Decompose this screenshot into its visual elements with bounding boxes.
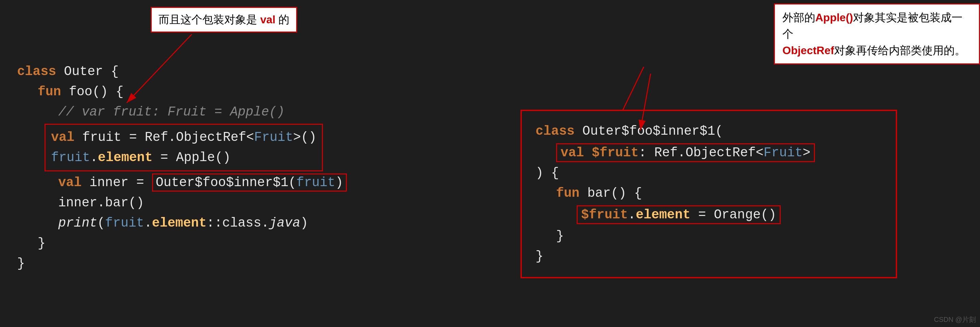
watermark: CSDN @片刻 [934,315,976,324]
right-close-2: } [536,249,543,263]
type-close-1: >() [293,130,317,145]
ann-right-line2b: 对象再传给内部类使用的。 [834,44,966,57]
inner-bar: inner.bar() [58,195,144,210]
right-panel: 外部的Apple()对象其实是被包装成一个 ObjectRef对象再传给内部类使… [507,0,980,327]
dot-1: . [90,150,98,165]
annotation-right: 外部的Apple()对象其实是被包装成一个 ObjectRef对象再传给内部类使… [774,3,980,64]
sfruit-type: Fruit [764,145,803,160]
right-paren-brace: ) { [536,166,559,180]
annotation-left-text1: 而且这个包装对象是 [159,13,260,26]
annotation-left-val: val [260,13,275,26]
inner-close: ) [335,175,343,190]
fun-foo: foo() { [61,85,123,99]
right-close-1: } [556,229,564,243]
val-fruit-ref: fruit = Ref.ObjectRef< [74,130,254,145]
red-box-sfruit-assign: $fruit.element = Orange() [577,205,781,224]
right-code-line-5: $fruit.element = Orange() [536,205,882,225]
right-code-line-1: class Outer$foo$inner$1( [536,121,882,142]
element-method-1: element [98,150,153,165]
java-kw: java [269,215,300,230]
dot-2: . [144,215,152,230]
ann-right-line1a: 外部的 [783,11,815,24]
code-line-2: fun foo() { [17,82,490,102]
code-line-9: } [17,233,490,254]
code-line-4: val fruit = Ref.ObjectRef<Fruit>() [51,128,317,148]
comment-line: // var fruit: Fruit = Apple() [58,105,285,119]
keyword-val-2: val [58,175,81,190]
ann-right-apple: Apple() [815,11,853,24]
right-code-block: class Outer$foo$inner$1( val $fruit: Ref… [520,110,897,278]
print-open: ( [97,215,105,230]
left-panel: 而且这个包装对象是 val 的 class Outer { fun foo() … [0,0,507,327]
print-fn: print [58,215,97,230]
annotation-left: 而且这个包装对象是 val 的 [151,7,297,33]
print-close: ) [300,215,308,230]
red-box-sfruit-decl: val $fruit: Ref.ObjectRef<Fruit> [556,143,815,162]
right-class-name: Outer$foo$inner$1( [574,124,723,139]
sfruit-colon: : Ref.ObjectRef< [639,145,764,160]
right-code-line-3: ) { [536,163,882,183]
right-keyword-val: val [560,145,584,160]
keyword-fun: fun [38,85,61,99]
element-method-2: element [152,215,207,230]
code-line-5: fruit.element = Apple() [51,148,317,168]
right-code-line-7: } [536,246,882,267]
keyword-class: class [17,64,56,79]
fruit-var-2: fruit [105,215,144,230]
main-container: 而且这个包装对象是 val 的 class Outer { fun foo() … [0,0,980,327]
assign-1: = Apple() [153,150,231,165]
sfruit-element: element [636,207,690,222]
type-fruit-1: Fruit [254,130,293,145]
close-brace-1: } [38,236,46,250]
fruit-param: fruit [296,175,335,190]
right-keyword-fun: fun [556,186,579,201]
red-box-val-fruit: val fruit = Ref.ObjectRef<Fruit>() fruit… [45,124,323,172]
sfruit-dollar-decl: $fruit [584,145,639,160]
keyword-val-1: val [51,130,74,145]
code-line-7: inner.bar() [17,193,490,213]
right-code-line-6: } [536,226,882,246]
sfruit-assign-rest: = Orange() [690,207,776,222]
right-keyword-class: class [536,124,574,139]
val-inner: inner = [81,175,152,190]
code-line-3: // var fruit: Fruit = Apple() [17,102,490,122]
double-colon: ::class. [207,215,269,230]
code-line-8: print(fruit.element::class.java) [17,213,490,233]
ann-right-objectref: ObjectRef [783,44,834,57]
fruit-var-1: fruit [51,150,90,165]
code-line-10: } [17,254,490,274]
sfruit-close: > [803,145,810,160]
sfruit-dollar-assign: $fruit [581,207,628,222]
class-name: Outer { [56,64,118,79]
code-line-6: val inner = Outer$foo$inner$1(fruit) [17,173,490,193]
inner-class: Outer$foo$inner$1( [156,175,296,190]
sfruit-dot: . [628,207,636,222]
annotation-left-text2: 的 [275,13,290,26]
right-code-line-4: fun bar() { [536,183,882,204]
right-bar-fn: bar() { [579,186,642,201]
red-box-inner: Outer$foo$inner$1(fruit) [152,174,347,191]
close-brace-2: } [17,256,25,271]
right-code-line-2: val $fruit: Ref.ObjectRef<Fruit> [536,143,882,163]
code-line-1: class Outer { [17,62,490,82]
